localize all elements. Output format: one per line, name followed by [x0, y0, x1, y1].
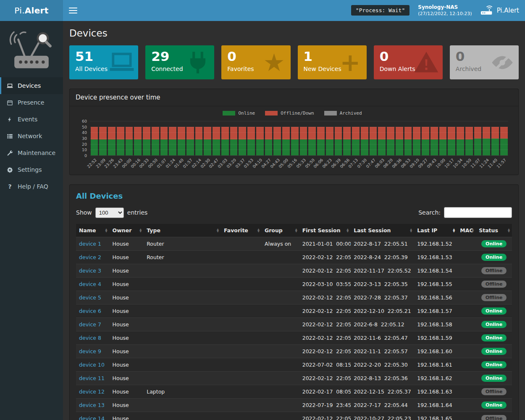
- column-header-group[interactable]: Group▲▼: [262, 224, 299, 237]
- column-header-status[interactable]: Status▲▼: [476, 224, 512, 237]
- stat-card-connected[interactable]: 29Connected: [145, 45, 214, 79]
- table-cell: [457, 412, 476, 420]
- status-badge: Online: [481, 348, 507, 355]
- chart-bar: [387, 127, 394, 155]
- sort-icon: ▲▼: [105, 228, 108, 233]
- column-header-last-session[interactable]: Last Session▲▼: [351, 224, 414, 237]
- device-name-link[interactable]: device 13: [79, 402, 105, 408]
- table-row: device 10House2022-07-02 08:152022-2-20 …: [76, 358, 512, 372]
- status-badge: Offline: [481, 388, 507, 395]
- device-name-link[interactable]: device 6: [79, 308, 101, 314]
- status-badge: Online: [481, 361, 507, 368]
- table-cell: House: [110, 264, 144, 278]
- y-axis-tick: 50: [82, 124, 87, 129]
- column-header-last-ip[interactable]: Last IP▲▼: [414, 224, 457, 237]
- chart-bar: [213, 127, 220, 155]
- legend-label: Offline/Down: [281, 110, 314, 116]
- device-name-link[interactable]: device 11: [79, 375, 105, 381]
- chart-bar: [448, 127, 455, 155]
- status-badge: Online: [481, 334, 507, 341]
- column-header-mac[interactable]: MAC▲▼: [457, 224, 476, 237]
- table-cell: [144, 318, 221, 331]
- sidebar-item-label: Help / FAQ: [18, 183, 48, 190]
- chart-bar: [117, 127, 124, 155]
- table-cell: [221, 358, 262, 372]
- table-row: device 7House2022-02-12 22:052022-6-8 22…: [76, 318, 512, 331]
- chart-bar: [317, 127, 325, 155]
- presence-icon: [6, 100, 13, 106]
- device-name-link[interactable]: device 3: [79, 268, 101, 274]
- y-axis-tick: 40: [82, 130, 87, 135]
- legend-swatch: [265, 111, 278, 116]
- account-menu[interactable]: Pi.Alert: [480, 5, 519, 16]
- sidebar-item-help-faq[interactable]: ?Help / FAQ: [0, 178, 63, 195]
- chart-bar: [465, 127, 473, 155]
- table-row: device 4House2022-03-10 03:552022-3-13 2…: [76, 278, 512, 291]
- chart-bar: [500, 127, 508, 155]
- process-status-badge: "Process: Wait": [351, 5, 410, 16]
- table-cell: 2022-02-12 22:05: [299, 372, 351, 385]
- hamburger-menu-icon[interactable]: [69, 6, 77, 15]
- table-row: device 14House2022-02-12 22:052022-10-27…: [76, 412, 512, 420]
- device-name-link[interactable]: device 9: [79, 348, 101, 354]
- table-row: device 6House2022-02-12 22:052022-12-10 …: [76, 304, 512, 318]
- legend-item-online[interactable]: Online: [223, 110, 255, 116]
- device-name-link[interactable]: device 1: [79, 241, 101, 247]
- status-badge: Online: [481, 307, 507, 315]
- legend-item-offline-down[interactable]: Offline/Down: [265, 110, 314, 116]
- device-name-link[interactable]: device 14: [79, 415, 105, 420]
- chart-bar: [239, 127, 246, 155]
- stat-card-all-devices[interactable]: 51All Devices: [69, 45, 138, 79]
- plus-icon: +: [337, 50, 363, 76]
- warning-icon: [413, 50, 439, 76]
- table-cell: 2022-12-10 22:05.21: [351, 304, 414, 318]
- column-header-name[interactable]: Name▲▼: [76, 224, 110, 237]
- table-cell: 2022-02-12 22:05: [299, 304, 351, 318]
- stat-card-down-alerts[interactable]: 0Down Alerts: [374, 45, 443, 79]
- sidebar-item-maintenance[interactable]: Maintenance: [0, 144, 63, 161]
- device-name-link[interactable]: device 4: [79, 281, 101, 287]
- device-name-link[interactable]: device 7: [79, 321, 101, 328]
- table-cell: House: [110, 358, 144, 372]
- column-header-owner[interactable]: Owner▲▼: [110, 224, 144, 237]
- device-name-link[interactable]: device 12: [79, 388, 105, 395]
- table-cell: Router: [144, 237, 221, 251]
- device-name-link[interactable]: device 5: [79, 294, 101, 301]
- table-cell: [262, 372, 299, 385]
- table-cell: 2021-01-01 00:00: [299, 237, 351, 251]
- y-axis-tick: 20: [82, 142, 87, 146]
- column-header-favorite[interactable]: Favorite▲▼: [221, 224, 262, 237]
- device-name-link[interactable]: device 8: [79, 335, 101, 341]
- app-logo[interactable]: Pi.Alert: [0, 0, 63, 21]
- stat-cards-row: 51All Devices29Connected0Favorites★1New …: [69, 45, 519, 79]
- status-badge: Online: [481, 375, 507, 382]
- column-header-first-session[interactable]: First Session▲▼: [299, 224, 351, 237]
- entries-select[interactable]: 100: [95, 207, 124, 218]
- table-cell: Router: [144, 251, 221, 264]
- search-input[interactable]: [444, 207, 512, 218]
- table-cell: 2022-2-20 22:05.30: [351, 358, 414, 372]
- sidebar-item-network[interactable]: Network: [0, 128, 63, 144]
- stat-card-archived[interactable]: 0Archived: [450, 45, 519, 79]
- chart-bar: [457, 127, 464, 155]
- y-axis-tick: 60: [82, 119, 87, 123]
- device-name-link[interactable]: device 10: [79, 362, 105, 368]
- legend-item-archived[interactable]: Archived: [324, 110, 362, 116]
- maintenance-icon: [6, 150, 13, 156]
- nas-info: Synology-NAS (27/12/2022, 12:10:23): [418, 4, 472, 17]
- table-cell: 2022-11-6 22:05.47: [351, 331, 414, 345]
- stat-card-new-devices[interactable]: 1New Devices+: [298, 45, 367, 79]
- device-name-link[interactable]: device 2: [79, 254, 101, 260]
- table-cell: 192.168.1.52: [414, 237, 457, 251]
- column-header-type[interactable]: Type▲▼: [144, 224, 221, 237]
- sidebar-item-devices[interactable]: Devices: [0, 77, 63, 94]
- y-axis-tick: 30: [82, 136, 87, 141]
- chart-bar: [291, 127, 299, 155]
- sidebar-item-presence[interactable]: Presence: [0, 94, 63, 111]
- table-cell: [262, 278, 299, 291]
- sidebar-item-events[interactable]: Events: [0, 111, 63, 128]
- chart-bar: [265, 127, 273, 155]
- sidebar-item-settings[interactable]: Settings: [0, 161, 63, 178]
- help-icon: ?: [6, 184, 13, 190]
- stat-card-favorites[interactable]: 0Favorites★: [221, 45, 290, 79]
